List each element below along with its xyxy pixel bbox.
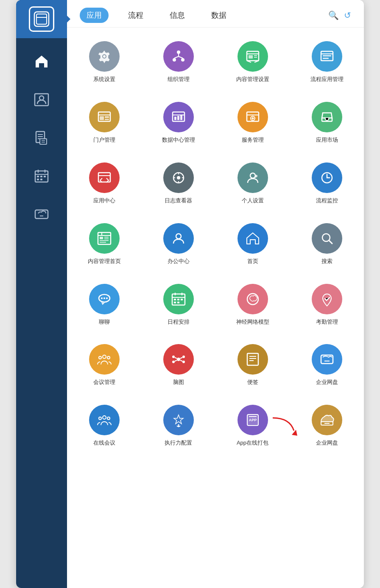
app-item-system-settings[interactable]: 系统设置 xyxy=(67,32,141,92)
app-item-sticky-note[interactable]: 便签 xyxy=(215,335,290,395)
app-icon-app-online-pkg: APP xyxy=(238,405,268,435)
app-item-meeting-mgmt[interactable]: 会议管理 xyxy=(67,335,141,395)
app-icon-enterprise-disk2 xyxy=(312,405,342,435)
app-icon-mindmap xyxy=(163,344,194,375)
svg-rect-85 xyxy=(174,299,176,300)
app-label-search: 搜索 xyxy=(321,258,332,265)
app-item-app-online-pkg[interactable]: APP App在线打包 xyxy=(215,395,290,456)
app-icon-sticky-note xyxy=(238,344,268,375)
app-label-flow-app-mgmt: 流程应用管理 xyxy=(310,76,344,83)
svg-rect-20 xyxy=(40,179,42,180)
app-icon-online-meeting xyxy=(89,405,120,435)
app-icon-app-center xyxy=(89,162,120,193)
app-icon-log-viewer xyxy=(163,162,194,193)
svg-line-76 xyxy=(329,241,332,244)
app-icon-service-management xyxy=(238,102,268,132)
app-label-service-management: 服务管理 xyxy=(242,137,264,144)
app-item-portal-management[interactable]: 门户管理 xyxy=(67,92,141,153)
app-item-online-meeting[interactable]: 在线会议 xyxy=(67,395,141,456)
tab-info[interactable]: 信息 xyxy=(163,8,192,23)
sidebar-item-cloud[interactable] xyxy=(16,195,67,233)
app-label-system-settings: 系统设置 xyxy=(93,76,115,83)
app-label-homepage: 首页 xyxy=(247,258,258,265)
app-item-app-center[interactable]: 应用中心 xyxy=(67,153,141,214)
svg-point-110 xyxy=(99,417,101,420)
svg-point-63 xyxy=(250,173,255,178)
app-item-office-center[interactable]: 办公中心 xyxy=(141,214,215,274)
tab-flow[interactable]: 流程 xyxy=(121,8,150,23)
app-item-attendance[interactable]: 考勤管理 xyxy=(290,274,364,335)
app-label-chat: 聊聊 xyxy=(99,319,110,326)
search-icon[interactable]: 🔍 xyxy=(328,10,339,20)
sidebar-item-calendar[interactable] xyxy=(16,157,67,195)
refresh-icon[interactable]: ↺ xyxy=(344,10,351,20)
app-item-mindmap[interactable]: 脑图 xyxy=(141,335,215,395)
tab-app[interactable]: 应用 xyxy=(80,8,109,23)
app-label-app-market: 应用市场 xyxy=(316,137,338,144)
sidebar-nav xyxy=(16,42,67,233)
svg-rect-69 xyxy=(100,237,103,239)
svg-line-100 xyxy=(175,360,177,361)
svg-rect-86 xyxy=(177,299,179,300)
svg-line-99 xyxy=(175,358,177,359)
app-item-chat[interactable]: 聊聊 xyxy=(67,274,141,335)
app-item-service-management[interactable]: 服务管理 xyxy=(215,92,290,153)
app-item-homepage[interactable]: 首页 xyxy=(215,214,290,274)
app-item-flow-app-mgmt[interactable]: 流程应用管理 xyxy=(290,32,364,92)
app-item-exec-config[interactable]: 执行力配置 xyxy=(141,395,215,456)
app-icon-attendance xyxy=(312,284,342,314)
svg-point-91 xyxy=(103,355,106,358)
svg-rect-49 xyxy=(174,117,176,120)
svg-rect-17 xyxy=(40,176,42,177)
app-item-flow-monitor[interactable]: 流程监控 xyxy=(290,153,364,214)
sidebar-item-document[interactable] xyxy=(16,119,67,157)
svg-rect-50 xyxy=(177,116,179,120)
sidebar-item-user[interactable] xyxy=(16,81,67,119)
svg-point-78 xyxy=(101,297,103,299)
sidebar-arrow xyxy=(65,14,70,24)
app-label-content-mgmt-settings: 内容管理设置 xyxy=(236,76,269,83)
app-label-flow-monitor: 流程监控 xyxy=(316,197,338,204)
app-item-datacenter-mgmt[interactable]: 数据中心管理 xyxy=(141,92,215,153)
app-item-app-market[interactable]: 应用市场 xyxy=(290,92,364,153)
svg-point-25 xyxy=(177,50,180,54)
svg-point-97 xyxy=(182,356,185,358)
app-item-enterprise-disk1[interactable]: 企业网盘 xyxy=(290,335,364,395)
svg-rect-41 xyxy=(323,58,329,59)
app-icon-exec-config xyxy=(163,405,194,435)
app-item-enterprise-disk2[interactable]: 企业网盘 xyxy=(290,395,364,456)
sidebar-item-home[interactable] xyxy=(16,42,67,81)
app-label-mindmap: 脑图 xyxy=(173,379,184,386)
tab-data[interactable]: 数据 xyxy=(204,8,233,23)
app-item-personal-settings[interactable]: 个人设置 xyxy=(215,153,290,214)
app-item-content-mgmt-home[interactable]: 内容管理首页 xyxy=(67,214,141,274)
svg-rect-9 xyxy=(40,139,47,144)
svg-point-95 xyxy=(172,356,175,358)
app-item-content-mgmt-settings[interactable]: 内容管理设置 xyxy=(215,32,290,92)
app-item-log-viewer[interactable]: 日志查看器 xyxy=(141,153,215,214)
app-icon-content-mgmt-home xyxy=(89,223,120,254)
app-item-neural-model[interactable]: 神经网络模型 xyxy=(215,274,290,335)
app-label-enterprise-disk1: 企业网盘 xyxy=(316,379,338,386)
app-label-office-center: 办公中心 xyxy=(168,258,190,265)
sidebar-logo[interactable] xyxy=(16,0,67,38)
svg-rect-89 xyxy=(177,302,179,303)
app-icon-content-mgmt-settings xyxy=(238,41,268,72)
app-item-search[interactable]: 搜索 xyxy=(290,214,364,274)
svg-text:APP: APP xyxy=(249,418,257,422)
svg-point-58 xyxy=(177,176,180,179)
app-label-meeting-mgmt: 会议管理 xyxy=(93,379,115,386)
svg-rect-33 xyxy=(249,55,253,59)
app-label-sticky-note: 便签 xyxy=(247,379,258,386)
app-item-schedule[interactable]: 日程安排 xyxy=(141,274,215,335)
svg-line-30 xyxy=(179,56,183,58)
svg-rect-21 xyxy=(35,210,48,218)
svg-rect-103 xyxy=(247,353,258,365)
svg-line-29 xyxy=(174,56,179,58)
app-label-log-viewer: 日志查看器 xyxy=(165,197,192,204)
svg-rect-16 xyxy=(37,176,39,177)
app-item-org-management[interactable]: 组织管理 xyxy=(141,32,215,92)
app-icon-org-management xyxy=(163,41,194,72)
svg-point-98 xyxy=(182,361,185,363)
app-icon-search xyxy=(312,223,342,254)
